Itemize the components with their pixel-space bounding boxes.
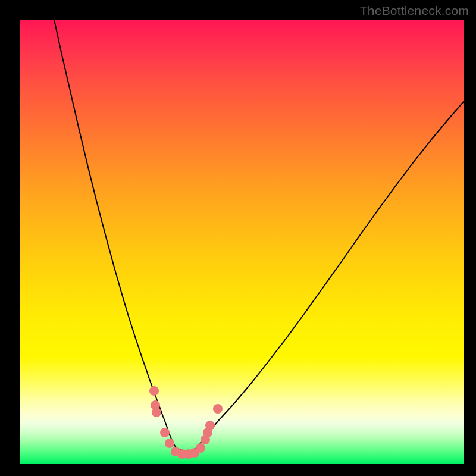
data-marker: [149, 386, 159, 396]
data-marker: [165, 439, 174, 448]
bottleneck-curve: [54, 20, 464, 452]
watermark-text: TheBottleneck.com: [360, 4, 469, 18]
curve-layer: [20, 20, 464, 464]
data-marker: [152, 408, 161, 417]
data-marker: [213, 404, 223, 414]
data-marker: [196, 443, 205, 453]
data-marker: [205, 421, 215, 430]
plot-area: [20, 20, 464, 464]
chart-frame: TheBottleneck.com: [0, 0, 476, 476]
data-marker: [160, 428, 170, 437]
